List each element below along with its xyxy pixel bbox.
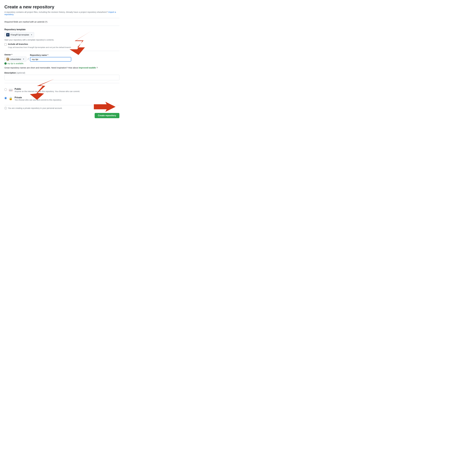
include-branches-row: Include all branches [4,43,119,46]
top-divider [4,18,119,18]
owner-dropdown[interactable]: edwardalee ▼ [4,57,26,62]
private-option: 🔒 Private You choose who can see and com… [4,94,119,103]
section-divider-1 [4,26,119,26]
template-org-icon: lf [6,33,9,36]
private-content: Private You choose who can see and commi… [15,96,119,101]
info-text: You are creating a private repository in… [8,107,62,109]
template-label: Repository template [4,28,119,31]
page-subtitle: A repository contains all project files,… [4,11,119,16]
page-wrapper: Create a new repository A repository con… [4,4,119,118]
availability-text: my-3pi is available. [7,62,24,65]
public-desc: Anyone on the internet can see this repo… [15,90,119,92]
avatar [6,58,9,61]
description-label: Description (optional) [4,72,119,74]
description-input[interactable] [4,75,119,80]
template-dropdown[interactable]: lf lf-lang/lf-3pi-template ▼ [4,32,34,37]
info-bar: i You are creating a private repository … [4,105,119,111]
description-section: Description (optional) [4,72,119,80]
include-branches-desc: Copy all branches from lf-lang/lf-3pi-te… [8,46,119,48]
include-branches-checkbox[interactable] [4,43,7,46]
page-title: Create a new repository [4,4,119,9]
public-label: Public [15,88,119,90]
optional-label: (optional) [17,72,25,74]
required-note: Required fields are marked with an aster… [4,21,119,23]
public-content: Public Anyone on the internet can see th… [15,88,119,92]
owner-name: edwardalee [10,58,21,60]
owner-field-group: Owner * edwardalee ▼ [4,53,26,62]
section-divider-2 [4,51,119,51]
inspiration-link[interactable]: improved-waddle [79,67,96,69]
lock-icon: 🔒 [9,97,13,100]
chevron-down-icon: ▼ [31,34,32,35]
repo-name-field-group: Repository name * [30,54,71,62]
private-label: Private [15,96,119,99]
public-option: 📖 Public Anyone on the internet can see … [4,86,119,94]
info-icon: i [4,107,7,109]
visibility-section: 📖 Public Anyone on the internet can see … [4,86,119,103]
repo-name-label: Repository name * [30,54,71,56]
slash-separator: / [28,57,29,62]
create-repository-button[interactable]: Create repository [95,113,120,118]
owner-repo-section: Owner * edwardalee ▼ / Repository name * [4,53,119,62]
public-radio[interactable] [4,88,7,91]
template-name: lf-lang/lf-3pi-template [11,34,29,36]
repo-name-input[interactable] [30,57,71,62]
template-section: Repository template lf lf-lang/lf-3pi-te… [4,28,119,48]
book-icon: 📖 [9,88,13,92]
inspiration-text: Great repository names are short and mem… [4,67,119,69]
private-radio[interactable] [4,97,7,99]
create-button-row: Create repository [4,113,119,118]
avatar-face [6,58,9,61]
check-circle-icon: ✓ [4,62,7,65]
owner-chevron-icon: ▼ [23,58,24,60]
include-branches-label: Include all branches [8,43,28,45]
private-desc: You choose who can see and commit to thi… [15,99,119,101]
availability-message: ✓ my-3pi is available. [4,62,119,65]
owner-label: Owner * [4,53,26,56]
template-hint: Start your repository with a template re… [4,39,119,41]
